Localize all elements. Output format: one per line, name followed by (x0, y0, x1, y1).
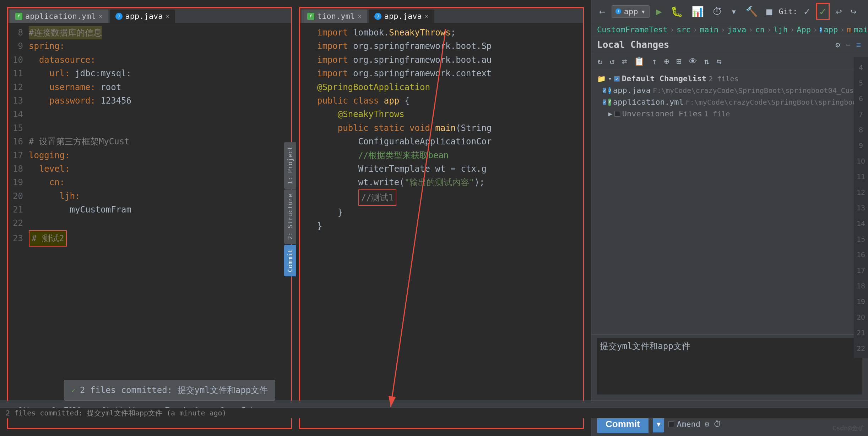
vc-merge-icon[interactable]: ⊕ (662, 55, 671, 67)
bc-ljh[interactable]: ljh (774, 25, 788, 34)
line-num-22: 22 (11, 216, 29, 230)
bc-sep-6: › (790, 25, 794, 34)
tree-file-app-java[interactable]: ✓ J app.java F:\myCode\crazyCode\SpringB… (591, 84, 868, 96)
bc-App[interactable]: App (797, 25, 811, 34)
commit-dropdown-button[interactable]: ▾ (653, 416, 664, 432)
git-undo-button[interactable]: ↩ (834, 4, 844, 19)
git-log-line: 2 files committed: 提交yml文件和app文件 (a minu… (0, 408, 868, 418)
bc-java[interactable]: java (727, 25, 746, 34)
vc-rollback-icon[interactable]: ↺ (608, 55, 616, 67)
git-commit-checkmark[interactable]: ✓ (816, 3, 829, 20)
file-checkbox-yml[interactable]: ✓ (603, 99, 606, 105)
unversioned-label: Unversioned Files (622, 109, 702, 118)
line-num-11: 11 (11, 67, 29, 80)
more-run-button[interactable]: ▾ (729, 4, 739, 19)
git-redo-button[interactable]: ↪ (848, 4, 858, 19)
vc-eye-icon[interactable]: 👁 (687, 55, 699, 67)
line-num-19: 19 (11, 176, 29, 189)
java-line-2: import org.springframework.boot.Sp (314, 39, 583, 53)
app-label: app (624, 7, 638, 16)
tab-tion-yml[interactable]: Y tion.yml × (302, 10, 367, 23)
tab-application-yml[interactable]: Y application.yml × (10, 10, 108, 23)
java-l14: wt.write("输出的测试内容"); (317, 176, 484, 189)
side-tab-structure[interactable]: 2: Structure (284, 189, 296, 244)
tab-close-java-2[interactable]: × (425, 12, 429, 20)
tab-close-tion[interactable]: × (358, 12, 362, 20)
vc-move-icon[interactable]: ⇄ (620, 55, 629, 67)
bc-main-link[interactable]: main (854, 25, 868, 34)
commit-message-input[interactable]: 提交yml文件和app文件 (597, 338, 862, 394)
tree-file-yml[interactable]: ✓ Y application.yml F:\myCode\crazyCode\… (591, 96, 868, 108)
line-11-content: url: jdbc:mysql: (29, 67, 131, 80)
java-line-3: import org.springframework.boot.au (314, 53, 583, 67)
profile-button[interactable]: ⏱ (710, 4, 725, 19)
stop-button[interactable]: ■ (764, 4, 775, 19)
toolbar: ← J app ▾ ▶ 🐛 📊 ⏱ ▾ 🔨 ■ Git: ✓ ✓ ↩ ↪ (591, 0, 868, 23)
java-l16: } (317, 206, 343, 219)
file-checkbox-java[interactable]: ✓ (603, 88, 606, 93)
vc-minimize-icon[interactable]: − (845, 40, 852, 50)
bc-app[interactable]: app (824, 25, 838, 34)
line-num-9: 9 (11, 39, 29, 53)
bc-main[interactable]: main (700, 25, 718, 34)
unversioned-checkbox[interactable] (614, 111, 620, 117)
code-line-19: 19 cn: (8, 176, 291, 189)
vc-upload-icon[interactable]: ↑ (650, 55, 658, 67)
vc-add-icon[interactable]: 📋 (632, 55, 646, 67)
bc-src[interactable]: src (677, 25, 691, 34)
java-line-17: } (314, 219, 583, 233)
coverage-button[interactable]: 📊 (689, 4, 706, 19)
commit-history-icon[interactable]: ⏱ (714, 420, 721, 429)
java-line-13: WriterTemplate wt = ctx.g (314, 162, 583, 176)
commit-settings-icon[interactable]: ⚙ (705, 420, 709, 429)
code-line-23: 23 # 测试2 (8, 230, 291, 247)
tab-app-java-2[interactable]: J app.java × (369, 10, 434, 23)
java-line-11: ConfigurableApplicationCor (314, 135, 583, 148)
amend-label: Amend (677, 420, 700, 429)
tab-app-java-1[interactable]: J app.java × (110, 10, 175, 23)
bc-cn[interactable]: cn (755, 25, 765, 34)
debug-button[interactable]: 🐛 (668, 4, 685, 19)
line-num-12: 12 (11, 81, 29, 94)
java-l4: import org.springframework.context (317, 67, 492, 80)
amend-container: Amend (668, 420, 700, 429)
back-button[interactable]: ← (597, 4, 607, 19)
tree-changelist[interactable]: 📁 ▾ ✓ Default Changelist 2 files (591, 73, 868, 84)
vc-view-icon[interactable]: ⊞ (674, 55, 683, 67)
app-selector[interactable]: J app ▾ (612, 5, 650, 18)
vc-close-icon[interactable]: ≡ (855, 40, 862, 50)
tab-label-tion: tion.yml (317, 12, 355, 21)
java-line-1: import lombok.SneakyThrows; (314, 26, 583, 39)
line-num-8: 8 (11, 26, 29, 39)
vc-refresh-icon[interactable]: ↻ (596, 55, 604, 67)
java-line-15: //测试1 (314, 189, 583, 206)
java-line-14: wt.write("输出的测试内容"); (314, 176, 583, 189)
watermark: Csdn@金矿 (832, 424, 864, 432)
java-l10: public static void main(String (317, 121, 492, 135)
breadcrumb: CustomFrameTest › src › main › java › cn… (591, 23, 868, 37)
side-tab-project[interactable]: 1: Project (284, 142, 296, 189)
java-l15: //测试1 (317, 189, 396, 206)
file-name-java: app.java (613, 86, 651, 95)
build-button[interactable]: 🔨 (743, 4, 760, 19)
vc-sort2-icon[interactable]: ⇆ (715, 55, 723, 67)
side-tab-commit[interactable]: Commit (284, 245, 296, 276)
vc-sort1-icon[interactable]: ⇅ (702, 55, 711, 67)
expand-arrow: ▾ (608, 75, 612, 82)
tree-unversioned[interactable]: ▶ Unversioned Files 1 file (591, 108, 868, 120)
line-num-16: 16 (11, 135, 29, 148)
changelist-count: 2 files (709, 74, 738, 83)
changelist-checkbox[interactable]: ✓ (614, 76, 620, 82)
java-l6: @SpringBootApplication (317, 81, 430, 94)
bc-customframetest[interactable]: CustomFrameTest (597, 25, 668, 34)
git-update-button[interactable]: ✓ (802, 4, 812, 19)
run-button[interactable]: ▶ (654, 4, 664, 19)
line-12-content: username: root (29, 81, 121, 94)
tab-close-yml[interactable]: × (99, 12, 103, 20)
vc-settings-icon[interactable]: ⚙ (834, 40, 841, 50)
notification-text: 2 files committed: 提交yml文件和app文件 (80, 385, 268, 396)
editor-content-1: 8 #连接数据库的信息 9 spring: 10 datasource: 11 … (8, 23, 291, 428)
git-label: Git: (779, 7, 797, 16)
tab-close-java-1[interactable]: × (166, 12, 170, 20)
amend-checkbox[interactable] (668, 421, 674, 427)
